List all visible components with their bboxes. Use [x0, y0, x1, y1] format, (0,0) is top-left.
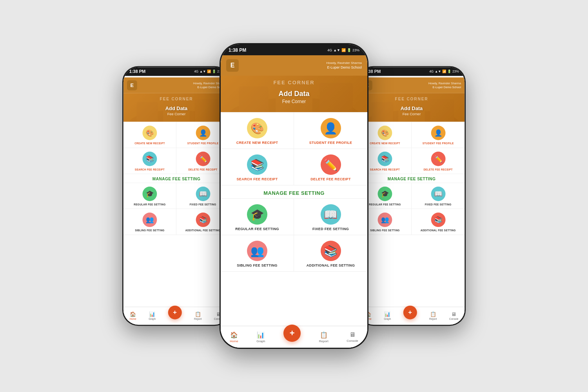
- hero-subtitle-center: Fee Corner: [225, 99, 363, 104]
- student-profile-label-left: STUDENT FEE PROFILE: [187, 142, 219, 145]
- student-profile-icon-left: 👤: [196, 126, 210, 140]
- section-heading-center: MANAGE FEE SETTING: [221, 185, 367, 198]
- nav-console-center[interactable]: 🖥 Console: [347, 331, 358, 343]
- menu-delete-receipt-right[interactable]: ✏️ DELETE FEE RECEIPT: [412, 148, 465, 174]
- nav-graph-label-center: Graph: [256, 339, 265, 343]
- report-icon-center: 📋: [320, 331, 328, 339]
- regular-fee-label-left: REGULAR FEE SETTING: [134, 203, 165, 205]
- menu-create-receipt-left[interactable]: 🎨 CREATE NEW RECEIPT: [123, 122, 176, 148]
- home-icon-center: 🏠: [230, 331, 238, 339]
- manage-grid-right: 🎓 REGULAR FEE SETTING 📖 FIXED FEE SETTIN…: [359, 183, 465, 235]
- nav-graph-right[interactable]: 📊 Graph: [384, 311, 391, 320]
- scene: 1:38 PM 4G▲▼📶🔋23% E Howdy, Ravinder Shar…: [102, 43, 486, 349]
- menu-student-profile-center[interactable]: 👤 STUDENT FEE PROFILE: [294, 113, 367, 149]
- sibling-fee-label-right: SIBLING FEE SETTING: [370, 229, 399, 232]
- nav-add-right[interactable]: +: [403, 305, 417, 319]
- menu-regular-fee-center[interactable]: 🎓 REGULAR FEE SETTING: [221, 199, 294, 235]
- regular-fee-icon-center: 🎓: [247, 204, 267, 225]
- nav-report-left[interactable]: 📋 Report: [194, 311, 201, 320]
- phone-center: 1:38 PM 4G▲▼📶🔋23% E Howdy, Ravinder Shar…: [220, 43, 368, 349]
- nav-home-label-left: Home: [130, 318, 136, 320]
- nav-add-left[interactable]: +: [168, 305, 182, 319]
- search-receipt-icon-center: 📚: [247, 154, 267, 175]
- nav-add-center[interactable]: +: [283, 325, 301, 342]
- status-icons-center: 4G▲▼📶🔋23%: [327, 48, 359, 52]
- status-time: 1:38 PM: [129, 69, 145, 74]
- delete-receipt-label-left: DELETE FEE RECEIPT: [188, 168, 217, 171]
- additional-fee-label-left: ADDITIONAL FEE SETTING: [185, 229, 221, 232]
- console-icon-center: 🖥: [349, 331, 356, 338]
- create-receipt-label-center: CREATE NEW RECEIPT: [236, 141, 278, 145]
- report-icon-left: 📋: [195, 311, 201, 317]
- nav-graph-center[interactable]: 📊 Graph: [256, 331, 265, 343]
- sibling-fee-icon-left: 👥: [143, 212, 157, 227]
- manage-grid-left: 🎓 REGULAR FEE SETTING 📖 FIXED FEE SETTIN…: [123, 183, 229, 235]
- notch-center: [270, 43, 318, 54]
- regular-fee-label-right: REGULAR FEE SETTING: [369, 203, 401, 205]
- hero-banner-right: FEE CORNER Add Data Fee Corner: [359, 93, 465, 122]
- delete-receipt-icon-left: ✏️: [196, 152, 210, 166]
- additional-fee-icon-center: 📚: [321, 241, 341, 261]
- hero-title-center: Add Data: [225, 90, 363, 98]
- bottom-nav-left: 🏠 Home 📊 Graph + 📋 Report 🖥 Console: [123, 307, 229, 325]
- delete-receipt-label-right: DELETE FEE RECEIPT: [423, 168, 452, 171]
- menu-student-profile-right[interactable]: 👤 STUDENT FEE PROFILE: [412, 122, 465, 148]
- nav-graph-left[interactable]: 📊 Graph: [149, 311, 156, 320]
- header-right-center: Howdy, Ravinder Sharma E-Luper Demo Scho…: [326, 61, 362, 70]
- menu-create-receipt-center[interactable]: 🎨 CREATE NEW RECEIPT: [221, 113, 294, 149]
- hero-subtitle-left: Fee Corner: [126, 112, 227, 116]
- home-icon-left: 🏠: [130, 311, 136, 317]
- report-icon-right: 📋: [430, 311, 436, 317]
- search-receipt-label-center: SEARCH FEE RECEIPT: [237, 177, 278, 181]
- menu-fixed-fee-right[interactable]: 📖 FIXED FEE SETTING: [412, 183, 465, 209]
- menu-fixed-fee-center[interactable]: 📖 FIXED FEE SETTING: [294, 199, 367, 235]
- section-heading-left: MANAGE FEE SETTING: [123, 174, 229, 183]
- menu-sibling-fee-left[interactable]: 👥 SIBLING FEE SETTING: [123, 209, 176, 235]
- menu-delete-receipt-center[interactable]: ✏️ DELETE FEE RECEIPT: [294, 149, 367, 185]
- nav-report-label-right: Report: [429, 318, 437, 320]
- nav-report-right[interactable]: 📋 Report: [429, 311, 437, 320]
- create-receipt-icon-left: 🎨: [143, 126, 157, 140]
- nav-console-right[interactable]: 🖥 Console: [449, 311, 459, 320]
- phone-right: 1:38 PM 4G▲▼📶🔋23% E Howdy, Ravinder Shar…: [358, 66, 466, 326]
- sibling-fee-label-left: SIBLING FEE SETTING: [135, 229, 164, 232]
- regular-fee-label-center: REGULAR FEE SETTING: [235, 227, 279, 231]
- additional-fee-label-center: ADDITIONAL FEE SETTING: [307, 263, 355, 267]
- section-heading-right: MANAGE FEE SETTING: [359, 174, 465, 183]
- fixed-fee-icon-left: 📖: [196, 187, 210, 201]
- menu-grid-left: 🎨 CREATE NEW RECEIPT 👤 STUDENT FEE PROFI…: [123, 122, 229, 174]
- nav-home-label-center: Home: [230, 339, 238, 343]
- header-right-right: Howdy, Ravinder Sharma E-Luper Demo Scho…: [428, 81, 461, 89]
- console-icon-right: 🖥: [451, 311, 456, 317]
- fee-corner-label-left: FEE CORNER: [160, 97, 193, 101]
- app-header-left: E Howdy, Ravinder Sharma E-Luper Demo Sc…: [123, 77, 229, 93]
- graph-icon-right: 📊: [384, 311, 390, 317]
- hero-title-left: Add Data: [126, 105, 227, 111]
- menu-sibling-fee-center[interactable]: 👥 SIBLING FEE SETTING: [221, 235, 294, 272]
- menu-additional-fee-right[interactable]: 📚 ADDITIONAL FEE SETTING: [412, 209, 465, 235]
- fixed-fee-label-left: FIXED FEE SETTING: [190, 203, 216, 205]
- phone-left: 1:38 PM 4G▲▼📶🔋23% E Howdy, Ravinder Shar…: [122, 66, 230, 326]
- nav-graph-label-right: Graph: [384, 318, 391, 320]
- create-receipt-label-left: CREATE NEW RECEIPT: [134, 142, 165, 145]
- graph-icon-center: 📊: [257, 331, 265, 339]
- additional-fee-icon-right: 📚: [431, 212, 445, 227]
- nav-report-label-center: Report: [319, 339, 328, 343]
- logo-left: E: [127, 80, 137, 91]
- nav-report-center[interactable]: 📋 Report: [319, 331, 328, 343]
- student-profile-label-right: STUDENT FEE PROFILE: [423, 142, 454, 145]
- status-bar-right: 1:38 PM 4G▲▼📶🔋23%: [359, 67, 465, 76]
- fee-corner-label-center: FEE CORNER: [273, 80, 314, 85]
- menu-search-receipt-left[interactable]: 📚 SEARCH FEE RECEIPT: [123, 148, 176, 174]
- menu-additional-fee-center[interactable]: 📚 ADDITIONAL FEE SETTING: [294, 235, 367, 272]
- bottom-nav-center: 🏠 Home 📊 Graph + 📋 Report 🖥 Console: [221, 326, 367, 348]
- status-bar-left: 1:38 PM 4G▲▼📶🔋23%: [123, 67, 229, 76]
- menu-regular-fee-left[interactable]: 🎓 REGULAR FEE SETTING: [123, 183, 176, 209]
- student-profile-icon-center: 👤: [321, 118, 341, 138]
- fixed-fee-icon-center: 📖: [321, 204, 341, 225]
- nav-home-center[interactable]: 🏠 Home: [230, 331, 238, 343]
- menu-search-receipt-center[interactable]: 📚 SEARCH FEE RECEIPT: [221, 149, 294, 185]
- sibling-fee-label-center: SIBLING FEE SETTING: [237, 263, 278, 267]
- nav-home-left[interactable]: 🏠 Home: [130, 311, 136, 320]
- app-header-center: E Howdy, Ravinder Sharma E-Luper Demo Sc…: [221, 55, 367, 76]
